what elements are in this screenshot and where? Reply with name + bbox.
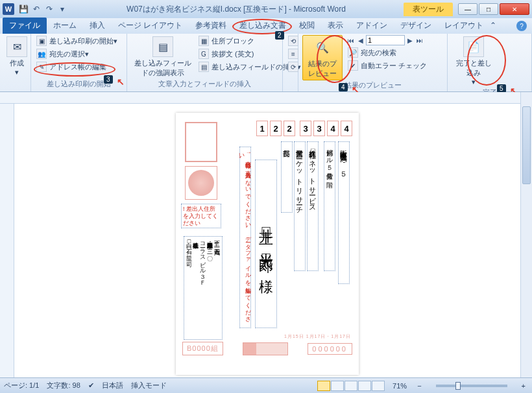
zoom-in-button[interactable]: + — [519, 382, 528, 390]
postcard-bottom-band: B0000組 000000 — [182, 342, 352, 355]
recipient-department-field[interactable]: 営業部マーケットリサーチ — [294, 141, 306, 271]
view-full-screen[interactable] — [331, 381, 344, 391]
select-recipients-button[interactable]: 👥宛先の選択 ▾ — [35, 48, 119, 60]
view-outline[interactable] — [358, 381, 371, 391]
window-title: W07はがき宛名ビジネス縦I.docx [互換モード] - Microsoft … — [69, 4, 404, 15]
vertical-scrollbar[interactable] — [520, 92, 532, 377]
warning-text-field: →宛名情報は直接入力しないでください。データファイルを編集してください。 — [239, 147, 251, 328]
recipient-address-field[interactable]: 大阪市中央区西天満３‐５ — [338, 141, 350, 284]
status-bar: ページ: 1/1 文字数: 98 ✔ 日本語 挿入モード 71% − + — [0, 377, 532, 393]
document-canvas[interactable]: ! 差出人住所を入力してください 1 2 2 3 3 4 4 大阪市中央区西天満… — [14, 104, 520, 377]
postcode-cell: 4 — [341, 121, 352, 136]
tab-view[interactable]: 表示 — [321, 18, 350, 34]
rules-icon: ⟲ — [288, 36, 298, 46]
recipients-icon: 👥 — [36, 49, 47, 59]
tab-page-layout[interactable]: ページ レイアウト — [112, 18, 189, 34]
status-insert-mode[interactable]: 挿入モード — [131, 381, 167, 390]
zoom-slider-knob[interactable] — [455, 382, 461, 390]
recipient-building-field[interactable]: 鶴川ビル５号館２階 — [324, 141, 335, 271]
tab-file[interactable]: ファイル — [3, 18, 47, 34]
next-record-button[interactable]: ▶ — [406, 37, 414, 44]
status-proofing-icon[interactable]: ✔ — [88, 381, 94, 390]
nenga-emblem — [185, 166, 217, 200]
view-draft[interactable] — [372, 381, 385, 391]
group-write-label: 文章入力とフィールドの挿入 — [131, 79, 278, 90]
highlight-icon: ▤ — [152, 36, 173, 57]
status-page[interactable]: ページ: 1/1 — [4, 381, 39, 390]
ribbon-tabs: ファイル ホーム 挿入 ページ レイアウト 参考資料 差し込み文書 校閲 表示 … — [0, 18, 532, 34]
match-icon: ≡ — [288, 49, 298, 59]
window-controls: — □ ✕ — [457, 3, 529, 15]
sender-block[interactable]: 白□石□龍□司 千葉株式会社 コーラスビル３Ｆ 千葉県木更津市請見台東〇‐三‐〇… — [184, 236, 223, 340]
auto-check-label: 自動エラー チェック — [361, 61, 427, 71]
find-icon: 🔎 — [348, 47, 358, 58]
ruler-vertical[interactable] — [0, 104, 14, 377]
sender-company: 千葉株式会社 — [193, 238, 199, 338]
start-mail-merge-button[interactable]: ▣差し込み印刷の開始 ▾ — [35, 35, 119, 47]
recipient-company-field[interactable]: 株式会社□ネットサービス — [307, 141, 319, 271]
qat-redo[interactable]: ↷ — [43, 3, 55, 15]
help-icon[interactable]: ? — [516, 21, 527, 31]
recipient-title-field[interactable]: 部長 — [281, 141, 293, 213]
tab-review[interactable]: 校閲 — [293, 18, 321, 34]
finish-merge-button[interactable]: 📄完了と差し込み▾ — [452, 35, 496, 88]
tab-addin[interactable]: アドイン — [350, 18, 394, 34]
last-record-button[interactable]: ⏭ — [415, 37, 424, 44]
group-start-label: 差し込み印刷の開始 — [35, 79, 123, 90]
finish-label: 完了と差し込み — [454, 58, 493, 78]
company1-text: 株式会社□ネットサービス — [309, 144, 317, 209]
view-print-layout[interactable] — [317, 381, 330, 391]
preview-results-button[interactable]: 🔍結果のプレビュー — [302, 35, 343, 80]
first-record-button[interactable]: ⏮ — [346, 37, 356, 44]
status-zoom-value[interactable]: 71% — [393, 382, 407, 390]
address-text: 大阪市中央区西天満３‐５ — [340, 144, 348, 174]
highlight-merge-fields-button[interactable]: ▤差し込みフィールドの強調表示 — [131, 35, 195, 79]
address-icon: ▦ — [199, 36, 209, 46]
title-bar: W 💾 ↶ ↷ ▾ W07はがき宛名ビジネス縦I.docx [互換モード] - … — [0, 0, 532, 18]
sender-warning-note: ! 差出人住所を入力してください — [181, 204, 221, 228]
recipient-name-field[interactable]: 井上□光太郎□様 — [255, 160, 277, 328]
qat-save[interactable]: 💾 — [18, 3, 29, 15]
qat-more[interactable]: ▾ — [56, 3, 68, 15]
group-preview-label: 結果のプレビュー — [302, 80, 443, 91]
ribbon: ✉作成▾ ▣差し込み印刷の開始 ▾ 👥宛先の選択 ▾ ✎アドレス帳の編集 差し込… — [0, 34, 532, 92]
contextual-tab-table-tools[interactable]: 表ツール — [404, 3, 453, 16]
status-language[interactable]: 日本語 — [102, 381, 123, 390]
start-label: 差し込み印刷の開始 — [49, 36, 114, 46]
maximize-button[interactable]: □ — [479, 3, 498, 15]
tab-home[interactable]: ホーム — [47, 18, 83, 34]
prev-record-button[interactable]: ◀ — [357, 37, 365, 44]
title-text: 部長 — [283, 144, 291, 145]
check-icon: ✔ — [348, 60, 358, 71]
tab-mailings[interactable]: 差し込み文書 — [233, 18, 293, 34]
edit-recipients-label: アドレス帳の編集 — [49, 62, 106, 72]
minimize-button[interactable]: — — [458, 3, 478, 15]
qat-undo[interactable]: ↶ — [30, 3, 42, 15]
ruler-horizontal[interactable] — [0, 92, 520, 104]
tab-references[interactable]: 参考資料 — [189, 18, 233, 34]
view-web-layout[interactable] — [345, 381, 357, 391]
insert-field-icon: ▤ — [199, 62, 209, 72]
zoom-out-button[interactable]: − — [415, 382, 424, 390]
crane-decoration — [243, 342, 288, 355]
create-button[interactable]: ✉作成▾ — [4, 35, 30, 78]
lottery-serial-number: 000000 — [308, 343, 352, 355]
tab-design[interactable]: デザイン — [394, 18, 438, 34]
zoom-slider[interactable] — [436, 385, 507, 387]
document-area: ! 差出人住所を入力してください 1 2 2 3 3 4 4 大阪市中央区西天満… — [0, 92, 520, 377]
edit-recipient-list-button[interactable]: ✎アドレス帳の編集 — [35, 61, 119, 73]
highlight-label: 差し込みフィールドの強調表示 — [134, 58, 192, 78]
minimize-ribbon-button[interactable]: ⌃ — [490, 21, 498, 30]
auto-check-errors-button[interactable]: ✔自動エラー チェック — [346, 60, 428, 71]
find-recipient-button[interactable]: 🔎宛先の検索 — [346, 47, 428, 58]
scroll-thumb[interactable] — [522, 106, 531, 184]
name-text: 井上□光太郎□様 — [258, 217, 274, 270]
status-word-count[interactable]: 文字数: 98 — [47, 381, 80, 390]
postcode-cell: 4 — [327, 121, 339, 136]
tab-insert[interactable]: 挿入 — [83, 18, 112, 34]
tab-layout[interactable]: レイアウト — [438, 18, 490, 34]
close-button[interactable]: ✕ — [500, 3, 529, 15]
lottery-group-number: B0000組 — [182, 342, 223, 355]
lottery-date-text: 1月15日 1月17日・1月17日 — [284, 333, 351, 340]
record-number-input[interactable] — [366, 35, 405, 45]
